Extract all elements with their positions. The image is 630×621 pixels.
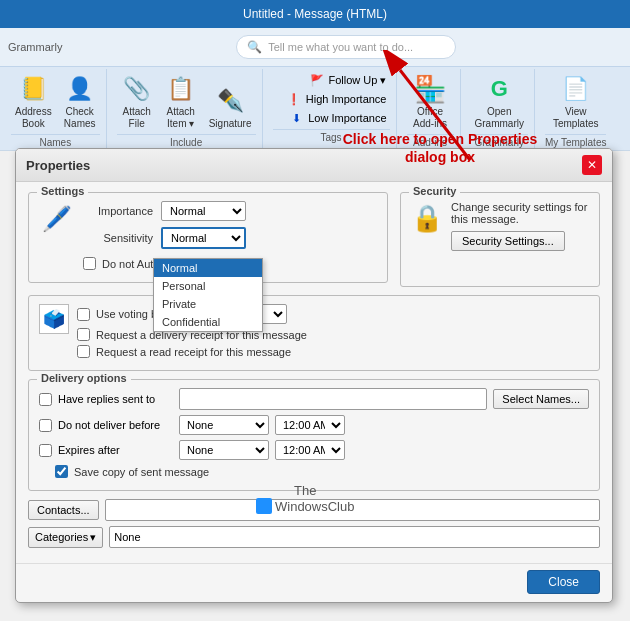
dropdown-item-private[interactable]: Private (154, 295, 262, 313)
group-names: 📒 AddressBook 👤 CheckNames Names (5, 69, 107, 150)
group-include: 📎 AttachFile 📋 AttachItem ▾ ✒️ Signature… (111, 69, 263, 150)
grammarly-group-label: Grammarly (471, 134, 528, 148)
group-templates: 📄 ViewTemplates My Templates (539, 69, 613, 150)
ribbon: Grammarly 🔍 Tell me what you want to do.… (0, 28, 630, 151)
settings-icon: 🖊️ (39, 201, 75, 237)
dropdown-item-personal[interactable]: Personal (154, 277, 262, 295)
attach-file-btn[interactable]: 📎 AttachFile (117, 71, 157, 132)
contacts-button[interactable]: Contacts... (28, 500, 99, 520)
my-templates-group-label: My Templates (545, 134, 607, 148)
categories-button[interactable]: Categories ▾ (28, 527, 103, 548)
delivery-receipt-checkbox[interactable] (77, 328, 90, 341)
group-addins: 🏪 OfficeAdd-ins Add-ins (401, 69, 461, 150)
search-icon: 🔍 (247, 40, 262, 54)
importance-select[interactable]: Normal (161, 201, 246, 221)
signature-btn[interactable]: ✒️ Signature (205, 83, 256, 132)
close-dialog-button[interactable]: Close (527, 570, 600, 594)
view-templates-icon: 📄 (560, 73, 592, 105)
contacts-row: Contacts... (28, 499, 600, 521)
sensitivity-select[interactable]: Normal (161, 227, 246, 249)
do-not-deliver-label: Do not deliver before (58, 419, 173, 431)
attach-file-icon: 📎 (121, 73, 153, 105)
contacts-input[interactable] (105, 499, 600, 521)
do-not-autoarchive-checkbox[interactable] (83, 257, 96, 270)
replies-address-input[interactable] (179, 388, 487, 410)
high-importance-btn[interactable]: ❗ High Importance (283, 90, 390, 108)
view-templates-btn[interactable]: 📄 ViewTemplates (549, 71, 603, 132)
save-copy-checkbox[interactable] (55, 465, 68, 478)
have-replies-label: Have replies sent to (58, 393, 173, 405)
security-section-label: Security (409, 185, 460, 197)
address-book-btn[interactable]: 📒 AddressBook (11, 71, 56, 132)
properties-dialog: Properties ✕ Settings 🖊️ Importance Norm… (15, 148, 613, 603)
security-settings-button[interactable]: Security Settings... (451, 231, 565, 251)
delivery-section: Delivery options Have replies sent to Se… (28, 379, 600, 491)
categories-row: Categories ▾ (28, 526, 600, 548)
ribbon-search[interactable]: 🔍 Tell me what you want to do... (236, 35, 456, 59)
use-voting-checkbox[interactable] (77, 308, 90, 321)
ribbon-groups: 📒 AddressBook 👤 CheckNames Names 📎 Attac… (0, 66, 630, 150)
have-replies-checkbox[interactable] (39, 393, 52, 406)
do-not-deliver-checkbox[interactable] (39, 419, 52, 432)
do-not-deliver-row: Do not deliver before None 12:00 AM (39, 415, 589, 435)
title-bar: Untitled - Message (HTML) (0, 0, 630, 28)
dialog-titlebar: Properties ✕ (16, 149, 612, 182)
high-importance-icon: ❗ (286, 91, 302, 107)
save-copy-label: Save copy of sent message (74, 466, 209, 478)
save-copy-row: Save copy of sent message (55, 465, 589, 478)
include-group-label: Include (117, 134, 256, 148)
do-not-deliver-date-select[interactable]: None (179, 415, 269, 435)
check-names-icon: 👤 (64, 73, 96, 105)
voting-icon: 🗳️ (39, 304, 69, 334)
categories-input[interactable] (109, 526, 600, 548)
security-description: Change security settings for this messag… (451, 201, 589, 225)
office-addins-btn[interactable]: 🏪 OfficeAdd-ins (409, 71, 451, 132)
do-not-deliver-time-select[interactable]: 12:00 AM (275, 415, 345, 435)
sensitivity-dropdown: Normal Personal Private Confidential (153, 258, 263, 332)
dialog-close-button[interactable]: ✕ (582, 155, 602, 175)
read-receipt-row: Request a read receipt for this message (77, 345, 589, 358)
expires-checkbox[interactable] (39, 444, 52, 457)
group-tags: 🚩 Follow Up ▾ ❗ High Importance ⬇ Low Im… (267, 69, 397, 150)
security-section: Security 🔒 Change security settings for … (400, 192, 600, 287)
tags-group-label: Tags (273, 129, 390, 143)
window-title: Untitled - Message (HTML) (243, 7, 387, 21)
address-book-icon: 📒 (17, 73, 49, 105)
attach-item-icon: 📋 (165, 73, 197, 105)
sensitivity-row: Sensitivity Normal (83, 227, 246, 249)
low-importance-icon: ⬇ (288, 110, 304, 126)
grammarly-icon: G (483, 73, 515, 105)
read-receipt-label: Request a read receipt for this message (96, 346, 291, 358)
expires-date-select[interactable]: None (179, 440, 269, 460)
open-grammarly-btn[interactable]: G OpenGrammarly (471, 71, 528, 132)
addins-group-label: Add-ins (407, 134, 454, 148)
importance-row: Importance Normal (83, 201, 246, 221)
high-importance-label: High Importance (306, 93, 387, 105)
security-lock-icon: 🔒 (411, 203, 443, 234)
dialog-footer: Close (16, 563, 612, 602)
grammarly-tab[interactable]: Grammarly (8, 41, 62, 53)
delivery-section-label: Delivery options (37, 372, 131, 384)
dialog-title: Properties (26, 158, 90, 173)
names-group-label: Names (11, 134, 100, 148)
low-importance-label: Low Importance (308, 112, 386, 124)
settings-section-label: Settings (37, 185, 88, 197)
select-names-button[interactable]: Select Names... (493, 389, 589, 409)
expires-time-select[interactable]: 12:00 AM (275, 440, 345, 460)
low-importance-btn[interactable]: ⬇ Low Importance (285, 109, 389, 127)
voting-section: 🗳️ Use voting buttons Request a delivery… (28, 295, 600, 371)
dropdown-item-confidential[interactable]: Confidential (154, 313, 262, 331)
importance-label: Importance (83, 205, 153, 217)
expires-row: Expires after None 12:00 AM (39, 440, 589, 460)
check-names-btn[interactable]: 👤 CheckNames (60, 71, 100, 132)
categories-dropdown-icon: ▾ (90, 531, 96, 544)
sensitivity-label: Sensitivity (83, 232, 153, 244)
office-addins-icon: 🏪 (414, 73, 446, 105)
read-receipt-checkbox[interactable] (77, 345, 90, 358)
expires-label: Expires after (58, 444, 173, 456)
signature-icon: ✒️ (214, 85, 246, 117)
attach-item-btn[interactable]: 📋 AttachItem ▾ (161, 71, 201, 132)
follow-up-btn[interactable]: 🚩 Follow Up ▾ (306, 71, 390, 89)
have-replies-row: Have replies sent to Select Names... (39, 388, 589, 410)
dropdown-item-normal[interactable]: Normal (154, 259, 262, 277)
